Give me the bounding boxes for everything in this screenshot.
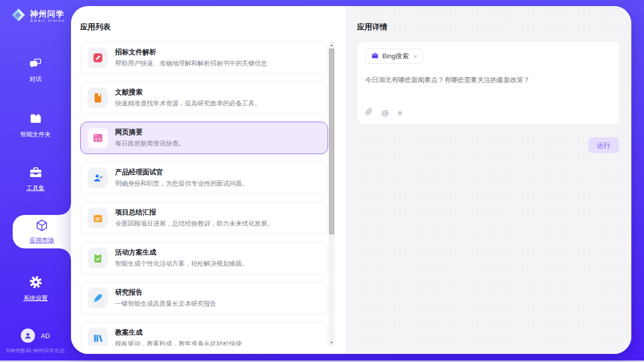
- browser-code-icon: [88, 128, 108, 148]
- app-card-desc: 明确身份和职责，为您提供专业性的面试问题。: [115, 179, 248, 188]
- clipboard-check-icon: [88, 248, 108, 268]
- sidebar-item-label: 应用市场: [30, 236, 54, 245]
- query-text[interactable]: 今日湖北有哪些新闻要点？有哪些需要关注的最新政策？: [365, 75, 612, 107]
- app-card-pm-interviewer[interactable]: 产品经理面试官 明确身份和职责，为您提供专业性的面试问题。: [80, 162, 328, 194]
- interviewer-icon: [88, 168, 108, 188]
- sidebar-item-toolbox[interactable]: 工具集: [0, 166, 71, 193]
- user-label: AD: [41, 332, 50, 340]
- folder-icon: [29, 112, 43, 127]
- sidebar: 神州问学 Smart Vision 对话 智能文件夹: [0, 0, 71, 360]
- sidebar-item-smart-folder[interactable]: 智能文件夹: [0, 112, 71, 139]
- app-card-title: 网页摘要: [115, 128, 185, 137]
- ink-pen-icon: [88, 288, 108, 308]
- app-list-panel: 应用列表 招标文件解析 帮助用户快速、准确地理解和解析招标书中的关键信息: [71, 6, 346, 354]
- book-icon: [88, 88, 108, 108]
- brand-name: 神州问学: [30, 10, 65, 18]
- sidebar-item-settings[interactable]: 系统设置: [0, 275, 71, 303]
- tool-chip-bing-search[interactable]: Bing搜索 ×: [365, 49, 423, 64]
- toolbox-icon: [28, 166, 43, 180]
- app-card-desc: 全面回顾项目进展，总结经验教训，助力未来优化发展。: [115, 220, 274, 228]
- app-card-desc: 模板驱动，教案秒成，教学准备从此轻松快捷: [115, 340, 242, 346]
- calendar-icon: [88, 208, 108, 228]
- mention-at-icon[interactable]: @: [381, 109, 389, 117]
- app-card-lesson-plan[interactable]: 教案生成 模板驱动，教案秒成，教学准备从此轻松快捷: [80, 322, 328, 346]
- books-icon: [88, 328, 108, 346]
- app-detail-title: 应用详情: [357, 22, 387, 32]
- tool-chip-label: Bing搜索: [382, 52, 409, 61]
- chat-icon: [29, 57, 43, 71]
- sidebar-item-label: 智能文件夹: [20, 130, 51, 139]
- gear-icon: [29, 275, 43, 291]
- run-button[interactable]: 运行: [588, 137, 619, 153]
- chip-close-icon[interactable]: ×: [413, 53, 417, 60]
- main-window: 应用列表 招标文件解析 帮助用户快速、准确地理解和解析招标书中的关键信息: [71, 6, 631, 354]
- app-card-desc: 快速精准查找学术资源，提高研究效率的必备工具。: [115, 99, 261, 108]
- app-card-list: 招标文件解析 帮助用户快速、准确地理解和解析招标书中的关键信息 文献搜索 快速精…: [80, 42, 328, 346]
- sidebar-item-label: 系统设置: [23, 294, 48, 303]
- app-card-title: 项目总结汇报: [115, 208, 274, 217]
- user-account[interactable]: AD: [0, 329, 71, 343]
- app-card-desc: 每日政府新闻资讯快查。: [115, 139, 185, 148]
- app-card-title: 活动方案生成: [115, 248, 248, 257]
- app-card-event-plan[interactable]: 活动方案生成 智能生成个性化活动方案，轻松解决规划难题。: [80, 242, 328, 274]
- app-card-desc: 一键智能生成高质量长文本研究报告: [115, 300, 217, 308]
- app-list-scrollbar[interactable]: ▲ ▼: [329, 42, 335, 346]
- scrollbar-down-arrow-icon[interactable]: ▼: [329, 341, 335, 344]
- attachment-toolbar: @ #: [365, 107, 612, 118]
- app-detail-card: Bing搜索 × 今日湖北有哪些新闻要点？有哪些需要关注的最新政策？ @ #: [356, 41, 620, 125]
- app-card-bid-document-parse[interactable]: 招标文件解析 帮助用户快速、准确地理解和解析招标书中的关键信息: [80, 42, 328, 74]
- app-card-research-report[interactable]: 研究报告 一键智能生成高质量长文本研究报告: [80, 282, 328, 314]
- brand-diamond-icon: [11, 7, 26, 25]
- sidebar-footer-credit: ©神州数码·神州问学出品: [0, 347, 71, 354]
- brand-logo: 神州问学 Smart Vision: [11, 7, 65, 25]
- app-card-desc: 帮助用户快速、准确地理解和解析招标书中的关键信息: [115, 59, 267, 68]
- hashtag-icon[interactable]: #: [398, 109, 402, 117]
- app-detail-panel: 应用详情 Bing搜索 × 今日湖北有哪些新闻要点？有哪些需要关注的最新政策？: [346, 6, 631, 354]
- brand-subtitle: Smart Vision: [30, 18, 65, 23]
- sidebar-item-label: 对话: [29, 75, 42, 84]
- app-card-desc: 智能生成个性化活动方案，轻松解决规划难题。: [115, 260, 248, 268]
- app-card-web-summary[interactable]: 网页摘要 每日政府新闻资讯快查。: [80, 122, 328, 154]
- paperclip-icon[interactable]: [365, 107, 373, 118]
- app-card-title: 教案生成: [115, 328, 242, 337]
- app-card-title: 研究报告: [115, 288, 217, 297]
- app-list-title: 应用列表: [80, 22, 111, 32]
- app-card-project-summary[interactable]: 项目总结汇报 全面回顾项目进展，总结经验教训，助力未来优化发展。: [80, 202, 328, 234]
- user-avatar-icon: [21, 329, 35, 343]
- sidebar-item-app-market[interactable]: 应用市场: [13, 215, 71, 248]
- sidebar-item-chat[interactable]: 对话: [0, 57, 71, 84]
- app-background: 神州问学 Smart Vision 对话 智能文件夹: [0, 0, 644, 360]
- app-card-title: 产品经理面试官: [115, 168, 248, 177]
- app-card-title: 招标文件解析: [115, 48, 267, 57]
- briefcase-icon: [371, 52, 379, 61]
- scrollbar-up-arrow-icon[interactable]: ▲: [329, 43, 335, 47]
- app-card-title: 文献搜索: [115, 88, 261, 97]
- document-edit-icon: [88, 48, 108, 68]
- sidebar-item-label: 工具集: [26, 184, 45, 193]
- app-card-literature-search[interactable]: 文献搜索 快速精准查找学术资源，提高研究效率的必备工具。: [80, 82, 328, 114]
- scrollbar-thumb[interactable]: [329, 49, 334, 234]
- cube-icon: [35, 219, 49, 234]
